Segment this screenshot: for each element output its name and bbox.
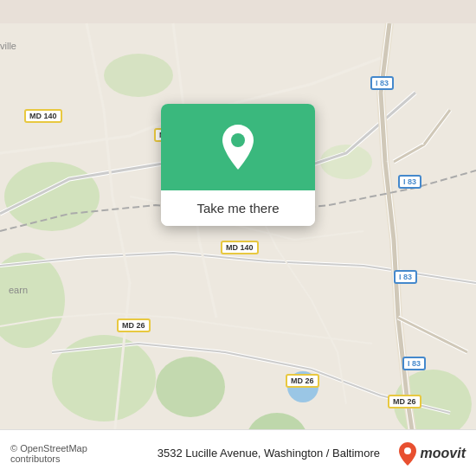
svg-point-12 (231, 133, 245, 147)
road-badge-md26-2: MD 26 (286, 374, 319, 388)
moovit-logo: moovit (398, 441, 466, 466)
bottom-bar: © OpenStreetMap contributors 3532 Lucill… (0, 429, 476, 476)
road-badge-i83-3: I 83 (394, 270, 417, 284)
svg-point-8 (320, 145, 372, 179)
road-badge-md26-1: MD 26 (117, 318, 151, 332)
svg-point-1 (4, 162, 100, 231)
road-badge-md26-3: MD 26 (388, 395, 421, 408)
road-badge-i83-2: I 83 (398, 175, 421, 189)
road-badge-i83-1: I 83 (370, 76, 394, 90)
popup-card: Take me there (161, 104, 315, 226)
popup-green-area (161, 104, 315, 190)
moovit-pin-icon (398, 441, 417, 466)
road-badge-md140-3: MD 140 (221, 241, 259, 254)
location-pin-icon (217, 123, 259, 171)
svg-text:ville: ville (0, 41, 16, 51)
address-text: 3532 Lucille Avenue, Washington / Baltim… (139, 447, 397, 460)
road-badge-md140-1: MD 140 (24, 109, 62, 123)
moovit-logo-text: moovit (421, 446, 466, 461)
attribution-text: © OpenStreetMap contributors (10, 443, 139, 464)
road-badge-i83-4: I 83 (402, 357, 426, 370)
svg-point-13 (404, 447, 411, 454)
map-container: earn ville MD 140 MD 140 MD 140 MD 26 MD… (0, 0, 476, 476)
svg-point-9 (104, 54, 173, 97)
svg-point-4 (156, 357, 225, 417)
take-me-there-button[interactable]: Take me there (161, 190, 315, 226)
svg-text:earn: earn (9, 285, 28, 295)
